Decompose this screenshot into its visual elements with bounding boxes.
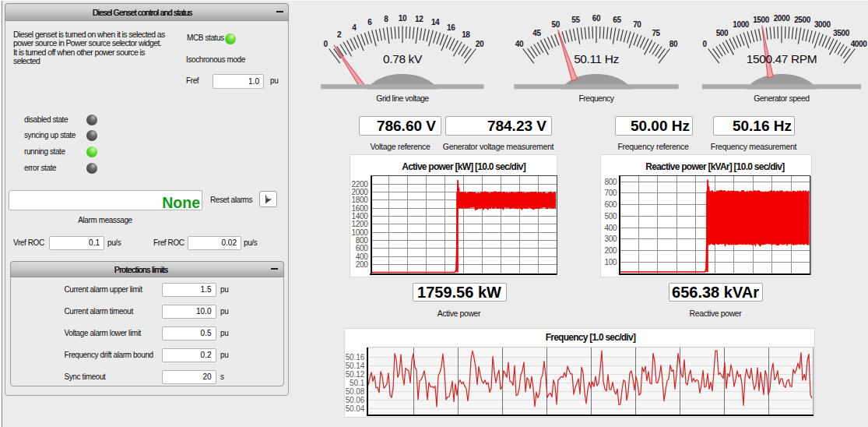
svg-text:2200: 2200 [351, 180, 368, 189]
svg-text:1200: 1200 [351, 220, 368, 228]
svg-text:4: 4 [352, 23, 357, 32]
svg-text:45: 45 [532, 29, 541, 37]
svg-text:65: 65 [613, 16, 621, 24]
svg-text:3500: 3500 [833, 29, 849, 37]
svg-text:0: 0 [323, 40, 328, 48]
svg-text:40: 40 [515, 40, 523, 48]
svg-text:75: 75 [652, 29, 660, 37]
svg-text:16: 16 [447, 23, 455, 32]
svg-text:0: 0 [702, 40, 707, 48]
svg-text:20: 20 [475, 40, 483, 48]
svg-text:2500: 2500 [794, 16, 810, 24]
svg-text:Frequency: Frequency [578, 94, 614, 103]
svg-text:55: 55 [571, 16, 580, 24]
svg-text:500: 500 [715, 29, 728, 37]
svg-text:1000: 1000 [733, 20, 749, 29]
svg-text:1000: 1000 [351, 228, 368, 237]
svg-text:1500: 1500 [753, 16, 769, 24]
svg-text:80: 80 [669, 40, 677, 48]
svg-text:1600: 1600 [351, 204, 368, 213]
svg-text:500: 500 [604, 212, 617, 221]
svg-text:800: 800 [356, 236, 369, 245]
svg-text:600: 600 [356, 244, 369, 252]
svg-text:50.06: 50.06 [346, 396, 365, 404]
svg-text:200: 200 [356, 260, 369, 269]
svg-text:8: 8 [384, 15, 388, 23]
svg-text:50.14: 50.14 [346, 362, 365, 370]
svg-text:12: 12 [415, 15, 423, 23]
svg-text:2000: 2000 [773, 14, 789, 23]
svg-text:14: 14 [430, 18, 439, 26]
svg-text:Active power [kW] [10.0 sec/di: Active power [kW] [10.0 sec/div] [402, 161, 525, 172]
svg-text:0.78 kV: 0.78 kV [383, 52, 423, 65]
svg-text:50: 50 [551, 20, 560, 29]
svg-text:4000: 4000 [850, 40, 866, 48]
svg-text:70: 70 [633, 20, 641, 29]
svg-text:50.1: 50.1 [350, 379, 365, 387]
svg-text:3000: 3000 [814, 20, 831, 29]
svg-text:400: 400 [356, 252, 369, 261]
svg-text:700: 700 [604, 189, 617, 197]
svg-text:10: 10 [398, 14, 406, 23]
svg-text:2000: 2000 [351, 188, 368, 196]
svg-text:2: 2 [337, 30, 342, 39]
svg-text:50.08: 50.08 [346, 387, 365, 396]
svg-text:50.12: 50.12 [346, 370, 365, 379]
svg-text:18: 18 [462, 30, 470, 39]
svg-text:60: 60 [592, 14, 600, 23]
svg-text:1800: 1800 [351, 196, 368, 204]
svg-text:Reactive power [kVAr] [10.0 se: Reactive power [kVAr] [10.0 sec/div] [645, 161, 785, 172]
svg-text:50.16: 50.16 [346, 353, 365, 362]
svg-text:Frequency [1.0 sec/div]: Frequency [1.0 sec/div] [546, 332, 636, 343]
svg-text:200: 200 [604, 246, 617, 255]
svg-text:400: 400 [604, 224, 617, 232]
svg-text:1500.47 RPM: 1500.47 RPM [746, 52, 816, 65]
svg-text:1400: 1400 [351, 212, 368, 221]
svg-text:50.04: 50.04 [346, 404, 365, 413]
svg-text:600: 600 [604, 200, 617, 209]
svg-text:100: 100 [604, 258, 617, 266]
svg-text:800: 800 [604, 178, 617, 186]
svg-text:Grid line voltage: Grid line voltage [376, 94, 429, 103]
svg-text:50.11 Hz: 50.11 Hz [574, 52, 619, 65]
svg-text:Generator speed: Generator speed [754, 94, 810, 103]
svg-text:6: 6 [367, 18, 372, 26]
svg-text:300: 300 [604, 235, 617, 243]
